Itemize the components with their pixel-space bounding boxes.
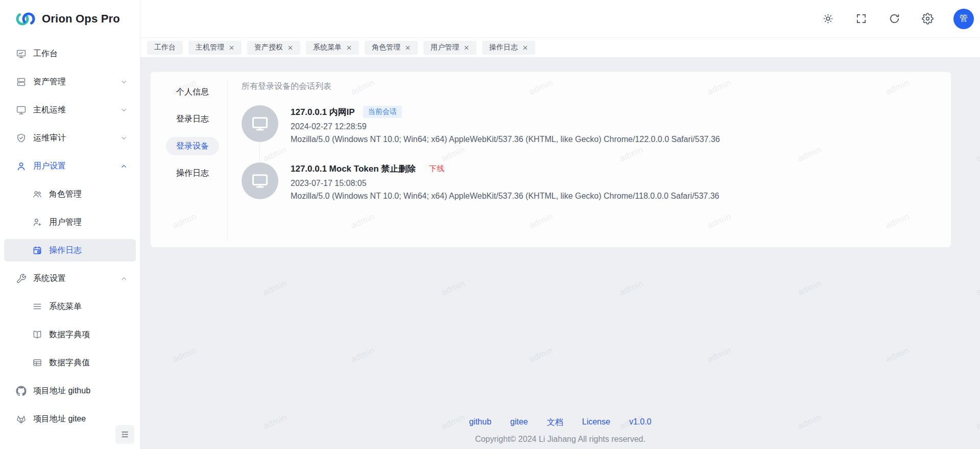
current-session-badge: 当前会话 — [363, 106, 402, 118]
tab-workbench[interactable]: 工作台 — [147, 41, 183, 55]
profile-menu-item-personal-info[interactable]: 个人信息 — [166, 83, 219, 101]
sidebar-item-host-ops[interactable]: 主机运维 — [4, 99, 136, 121]
refresh-icon[interactable] — [887, 12, 901, 26]
sidebar: Orion Ops Pro 工作台 资产管理 主机运维 — [0, 0, 140, 449]
tab-label: 角色管理 — [372, 43, 400, 52]
tab-host-management[interactable]: 主机管理 — [188, 41, 242, 55]
sidebar-item-role-management[interactable]: 角色管理 — [4, 183, 136, 205]
device-circle — [242, 162, 278, 199]
session-user-agent: Mozilla/5.0 (Windows NT 10.0; Win64; x64… — [291, 135, 720, 144]
profile-menu: 个人信息 登录日志 登录设备 操作日志 — [151, 72, 227, 247]
logo[interactable]: Orion Ops Pro — [0, 0, 140, 37]
chevron-up-icon — [120, 162, 128, 170]
close-icon[interactable] — [464, 45, 469, 51]
app-title: Orion Ops Pro — [42, 12, 120, 26]
profile-menu-item-login-devices[interactable]: 登录设备 — [166, 137, 219, 155]
tab-role-management[interactable]: 角色管理 — [365, 41, 418, 55]
session-panel: 所有登录设备的会话列表 127.0.0.1 内网IP 当前会话 2024- — [228, 72, 951, 247]
sidebar-collapse-button[interactable] — [115, 425, 134, 444]
user-add-icon — [32, 217, 42, 227]
sidebar-item-label: 系统菜单 — [49, 301, 82, 312]
sidebar-item-label: 项目地址 github — [33, 386, 90, 396]
sidebar-item-assets[interactable]: 资产管理 — [4, 70, 136, 93]
profile-card: 个人信息 登录日志 登录设备 操作日志 所有登录设备的会话列表 — [151, 72, 951, 247]
tab-operation-log[interactable]: 操作日志 — [482, 41, 535, 55]
sidebar-item-dict-value[interactable]: 数据字典值 — [4, 351, 136, 374]
session-title: 127.0.0.1 Mock Token 禁止删除 — [291, 163, 416, 175]
tab-label: 系统菜单 — [313, 43, 342, 52]
session-info: 127.0.0.1 Mock Token 禁止删除 下线 2023-07-17 … — [291, 162, 720, 201]
chevron-down-icon — [120, 78, 128, 86]
monitor-icon — [251, 172, 269, 190]
side-menu: 工作台 资产管理 主机运维 运维审计 — [0, 37, 140, 430]
github-icon — [15, 385, 27, 396]
server-icon — [15, 76, 27, 87]
sidebar-item-label: 运维审计 — [33, 133, 66, 144]
sidebar-item-audit[interactable]: 运维审计 — [4, 127, 136, 149]
sidebar-item-label: 用户设置 — [33, 161, 66, 172]
footer-link-github[interactable]: github — [469, 417, 491, 428]
shield-check-icon — [15, 132, 27, 144]
close-icon[interactable] — [346, 45, 352, 51]
sidebar-item-system-menu[interactable]: 系统菜单 — [4, 295, 136, 318]
chevron-down-icon — [120, 134, 128, 142]
sidebar-item-label: 项目地址 gitee — [33, 414, 86, 424]
close-icon[interactable] — [522, 45, 528, 51]
sidebar-item-label: 系统设置 — [33, 273, 66, 284]
tab-system-menu[interactable]: 系统菜单 — [306, 41, 359, 55]
sidebar-item-user-management[interactable]: 用户管理 — [4, 211, 136, 233]
session-list: 127.0.0.1 内网IP 当前会话 2024-02-27 12:28:59 … — [242, 105, 941, 201]
user-icon — [15, 160, 27, 172]
book-icon — [32, 329, 42, 340]
fullscreen-icon[interactable] — [854, 12, 868, 26]
settings-gear-icon[interactable] — [920, 12, 935, 26]
table-icon — [32, 358, 42, 368]
content-area: adminadminadminadminadminadminadminadmin… — [140, 58, 980, 449]
sidebar-item-label: 用户管理 — [49, 217, 82, 228]
menu-lines-icon — [32, 301, 42, 312]
user-avatar[interactable]: 管 — [953, 9, 974, 29]
profile-menu-item-login-log[interactable]: 登录日志 — [166, 110, 219, 128]
menu-fold-icon — [120, 430, 130, 439]
sidebar-item-label: 角色管理 — [49, 189, 82, 200]
sidebar-item-operation-log[interactable]: 操作日志 — [4, 239, 136, 262]
tab-label: 主机管理 — [196, 43, 224, 52]
tab-label: 用户管理 — [431, 43, 459, 52]
theme-toggle-icon[interactable] — [821, 12, 835, 26]
profile-menu-item-operation-log[interactable]: 操作日志 — [166, 164, 219, 182]
tab-strip: 工作台 主机管理 资产授权 系统菜单 角色管理 用户管理 操作日志 — [140, 37, 980, 58]
sidebar-item-workbench[interactable]: 工作台 — [4, 42, 136, 65]
footer-link-gitee[interactable]: gitee — [510, 417, 528, 428]
sidebar-item-label: 主机运维 — [33, 105, 66, 115]
offline-action-link[interactable]: 下线 — [429, 164, 444, 174]
footer-link-license[interactable]: License — [582, 417, 610, 428]
tab-label: 工作台 — [154, 43, 176, 52]
app-logo-icon — [14, 9, 37, 29]
footer-link-docs[interactable]: 文档 — [547, 417, 563, 428]
tab-label: 资产授权 — [254, 43, 283, 52]
session-info: 127.0.0.1 内网IP 当前会话 2024-02-27 12:28:59 … — [291, 105, 720, 144]
close-icon[interactable] — [288, 45, 293, 51]
workbench-icon — [15, 48, 27, 59]
sidebar-item-label: 数据字典值 — [49, 358, 90, 368]
users-icon — [32, 189, 42, 199]
sidebar-item-user-settings[interactable]: 用户设置 — [4, 155, 136, 177]
device-circle — [242, 105, 278, 142]
page-footer: github gitee 文档 License v1.0.0 Copyright… — [140, 417, 980, 444]
footer-link-version[interactable]: v1.0.0 — [629, 417, 652, 428]
sidebar-item-system-settings[interactable]: 系统设置 — [4, 267, 136, 290]
tab-asset-authorization[interactable]: 资产授权 — [247, 41, 300, 55]
sidebar-item-label: 资产管理 — [33, 77, 66, 87]
sidebar-item-github[interactable]: 项目地址 github — [4, 380, 136, 402]
close-icon[interactable] — [405, 45, 411, 51]
chevron-up-icon — [120, 275, 128, 282]
tab-user-management[interactable]: 用户管理 — [423, 41, 476, 55]
sidebar-item-dict-item[interactable]: 数据字典项 — [4, 323, 136, 346]
sidebar-item-label: 操作日志 — [49, 245, 82, 256]
tab-label: 操作日志 — [489, 43, 518, 52]
sidebar-item-label: 数据字典项 — [49, 329, 90, 340]
footer-links: github gitee 文档 License v1.0.0 — [469, 417, 651, 428]
session-row: 127.0.0.1 内网IP 当前会话 2024-02-27 12:28:59 … — [242, 105, 941, 144]
close-icon[interactable] — [229, 45, 234, 51]
sidebar-item-label: 工作台 — [33, 49, 58, 59]
